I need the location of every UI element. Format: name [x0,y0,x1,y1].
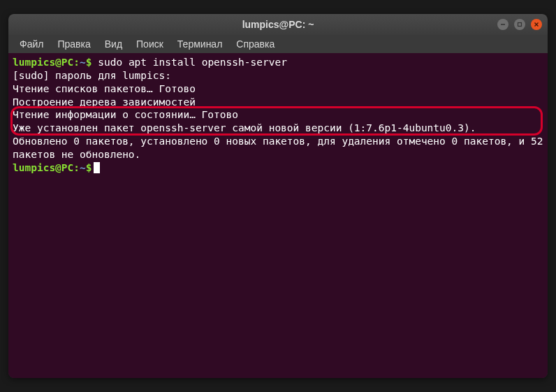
prompt-dollar: $ [86,57,92,68]
command-text: sudo apt install openssh-server [92,57,287,68]
minimize-icon [500,22,506,27]
menu-terminal[interactable]: Терминал [172,37,228,51]
cursor [94,162,100,173]
terminal-line-5: Чтение информации о состоянии… Готово [13,108,543,122]
terminal-line-prompt: lumpics@PC:~$ [13,161,543,175]
terminal-line-1: lumpics@PC:~$ sudo apt install openssh-s… [13,56,543,69]
prompt-user-2: lumpics@PC [13,162,73,173]
svg-rect-1 [518,23,522,27]
maximize-icon [517,22,522,27]
prompt-tilde: ~ [80,57,86,68]
window-controls [497,19,542,30]
menu-edit[interactable]: Правка [52,37,96,51]
close-button[interactable] [531,19,542,30]
menubar: Файл Правка Вид Поиск Терминал Справка [8,35,548,53]
minimize-button[interactable] [497,19,509,30]
terminal-line-2: [sudo] пароль для lumpics: [13,69,543,82]
menu-help[interactable]: Справка [231,37,280,51]
terminal-line-4: Построение дерева зависимостей [13,96,543,109]
prompt-sep-2: : [73,162,80,173]
terminal-line-7: Обновлено 0 пакетов, установлено 0 новых… [13,135,543,161]
terminal-body[interactable]: lumpics@PC:~$ sudo apt install openssh-s… [8,53,548,378]
menu-file[interactable]: Файл [14,37,49,51]
titlebar: lumpics@PC: ~ [8,14,548,35]
terminal-line-6: Уже установлен пакет openssh-server само… [13,122,543,135]
terminal-line-3: Чтение списков пакетов… Готово [13,82,543,96]
terminal-window: lumpics@PC: ~ Файл Правка Вид Поиск Терм… [8,14,548,378]
menu-search[interactable]: Поиск [131,37,169,51]
prompt-tilde-2: ~ [80,162,86,173]
prompt-user: lumpics@PC [13,57,73,68]
window-title: lumpics@PC: ~ [242,19,314,30]
prompt-dollar-2: $ [86,162,92,173]
close-icon [534,22,539,27]
prompt-sep: : [73,57,80,68]
menu-view[interactable]: Вид [99,37,128,51]
maximize-button[interactable] [514,19,525,30]
